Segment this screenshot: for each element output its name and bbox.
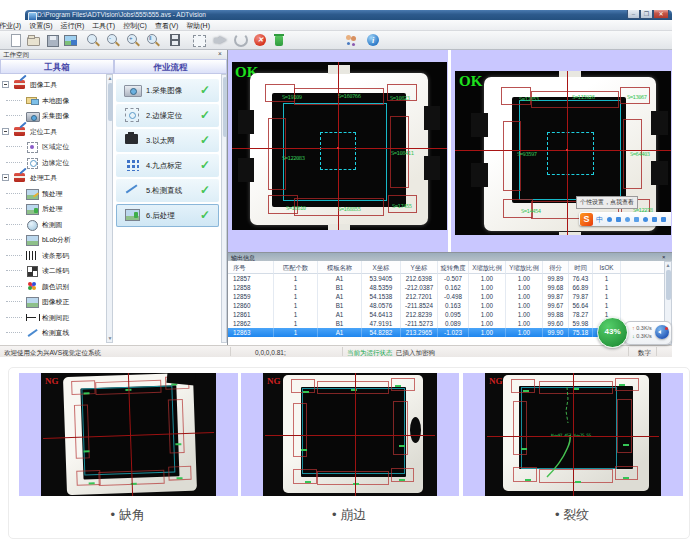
loop-icon[interactable]	[233, 33, 248, 48]
image-icon[interactable]	[63, 33, 78, 48]
workflow-step-5[interactable]: 5.检测直线✓	[116, 179, 219, 202]
gap-icon	[26, 312, 39, 323]
line-icon	[124, 183, 142, 197]
status-coords: 0,0,0,0.81;	[255, 349, 286, 356]
menu-4[interactable]: 控制(C)	[119, 21, 151, 30]
ime-icon-2[interactable]	[616, 217, 621, 222]
new-icon[interactable]	[8, 33, 23, 48]
tree-item-label: 颜色识别	[42, 282, 69, 292]
workflow-step-2[interactable]: 2.边缘定位✓	[116, 104, 219, 127]
tree-item-label: 检测间距	[42, 313, 69, 323]
output-close-icon[interactable]: ×	[662, 254, 666, 260]
open-icon[interactable]	[26, 33, 41, 48]
zoom-pause-icon[interactable]: ‖	[145, 33, 160, 48]
tree-item-2[interactable]: 采集图像	[0, 109, 106, 122]
menu-3[interactable]: 工具(T)	[88, 21, 119, 30]
tree-item-11[interactable]: 读条形码	[0, 249, 106, 262]
tree-item-16[interactable]: 检测直线	[0, 326, 106, 339]
toolbox-scrollbar[interactable]: ▲▼	[106, 74, 113, 343]
users-icon[interactable]	[344, 33, 359, 48]
ime-mode-icon[interactable]: 中	[596, 215, 603, 224]
tree-item-12[interactable]: 读二维码	[0, 264, 106, 277]
tree-item-10[interactable]: bLob分析	[0, 233, 106, 246]
menu-0[interactable]: 作业(J)	[0, 21, 25, 30]
area-label: S=18610	[286, 205, 306, 211]
tree-item-0[interactable]: 图像工具	[0, 78, 106, 91]
tree-item-15[interactable]: 检测间距	[0, 311, 106, 324]
roi-icon[interactable]	[192, 33, 207, 48]
menu-6[interactable]: 帮助(H)	[182, 21, 214, 30]
menu-5[interactable]: 查看(V)	[151, 21, 182, 30]
workflow-step-3[interactable]: 3.以太网✓	[116, 129, 219, 152]
tree-item-8[interactable]: 后处理	[0, 202, 106, 215]
tree-item-1[interactable]: 本地图像	[0, 94, 106, 107]
workflow-step-4[interactable]: 4.九点标定✓	[116, 154, 219, 177]
table-row-0[interactable]: 128571A153.9405212.6398-0.5071.001.0099.…	[228, 274, 664, 283]
qrcode-icon	[26, 265, 39, 276]
close-button[interactable]: ✕	[653, 10, 669, 19]
menu-2[interactable]: 运行(R)	[57, 21, 89, 30]
run-icon[interactable]	[212, 33, 227, 48]
ime-icon-7[interactable]	[661, 217, 666, 222]
minimize-button[interactable]: –	[627, 10, 640, 19]
zoom-out-icon[interactable]: -	[105, 33, 120, 48]
tree-item-9[interactable]: 检测圆	[0, 218, 106, 231]
barcode-icon	[26, 250, 39, 261]
info-icon[interactable]	[366, 33, 381, 48]
caption-2: • 裂纹	[555, 506, 589, 524]
stop-icon[interactable]	[253, 33, 268, 48]
ime-toolbar[interactable]: S中	[579, 212, 671, 226]
table-row-2[interactable]: 128591A154.1538212.7201-0.4981.001.0099.…	[228, 292, 664, 301]
ime-icon-3[interactable]	[625, 217, 630, 222]
defect-image-1: NG	[241, 373, 459, 496]
center-roi-rect	[547, 132, 594, 175]
tree-item-3[interactable]: 定位工具	[0, 125, 106, 138]
net-monitor-badge[interactable]: 43%	[597, 317, 628, 348]
workflow-scrollbar[interactable]	[221, 74, 227, 343]
workflow-step-label: 1.采集图像	[146, 86, 182, 96]
tree-item-label: 采集图像	[42, 111, 69, 121]
expand-icon[interactable]	[2, 81, 9, 88]
tree-item-label: 图像校正	[42, 297, 69, 307]
caption-0: • 缺角	[111, 506, 145, 524]
tree-item-6[interactable]: 处理工具	[0, 171, 106, 184]
tree-item-13[interactable]: 颜色识别	[0, 280, 106, 293]
tree-item-label: 处理工具	[30, 173, 57, 183]
toolbox-tree: 图像工具本地图像采集图像定位工具区域定位边缘定位处理工具预处理后处理检测圆bLo…	[0, 74, 106, 343]
status-ng-text: NG	[267, 376, 281, 386]
trash-icon[interactable]	[272, 33, 287, 48]
tree-item-label: 本地图像	[42, 96, 69, 106]
tree-item-17[interactable]: 提取角点	[0, 342, 106, 344]
workspace-close-icon[interactable]: ×	[218, 51, 222, 57]
menu-1[interactable]: 设置(S)	[25, 21, 56, 30]
tree-item-5[interactable]: 边缘定位	[0, 156, 106, 169]
ime-icon-5[interactable]	[643, 217, 648, 222]
expand-icon[interactable]	[2, 128, 9, 135]
workflow-step-6[interactable]: 6.后处理✓	[116, 204, 219, 227]
sogou-logo-icon[interactable]: S	[580, 213, 593, 226]
film-icon[interactable]	[168, 33, 183, 48]
camera-image-left: OKS=19109S=160766S=10823S=122083S=108411…	[232, 62, 447, 230]
table-row-3[interactable]: 128601B148.0576-211.85240.1631.001.0099.…	[228, 301, 664, 310]
ime-icon-4[interactable]	[634, 217, 639, 222]
defect-image-0: NG	[19, 373, 238, 496]
tree-item-label: 后处理	[42, 204, 62, 214]
zoom-in-icon[interactable]: +	[125, 33, 140, 48]
zoom-fit-icon[interactable]	[85, 33, 100, 48]
table-row-1[interactable]: 128581B148.5359-212.03870.1621.001.0099.…	[228, 283, 664, 292]
net-monitor-icon[interactable]	[655, 325, 669, 339]
tree-item-14[interactable]: 图像校正	[0, 295, 106, 308]
tree-item-4[interactable]: 区域定位	[0, 140, 106, 153]
toolbar: -+‖	[0, 31, 672, 50]
workflow-step-1[interactable]: 1.采集图像✓	[116, 79, 219, 102]
tree-item-7[interactable]: 预处理	[0, 187, 106, 200]
ime-icon-6[interactable]	[652, 217, 657, 222]
camera-icon	[26, 110, 39, 121]
ime-icon-1[interactable]	[607, 217, 612, 222]
download-speed: ↓ 0.3K/s	[632, 333, 652, 339]
blob-icon	[26, 234, 39, 245]
expand-icon[interactable]	[2, 174, 9, 181]
tree-item-label: 定位工具	[30, 127, 57, 137]
maximize-button[interactable]: ❐	[640, 10, 653, 19]
save-icon[interactable]	[45, 33, 60, 48]
